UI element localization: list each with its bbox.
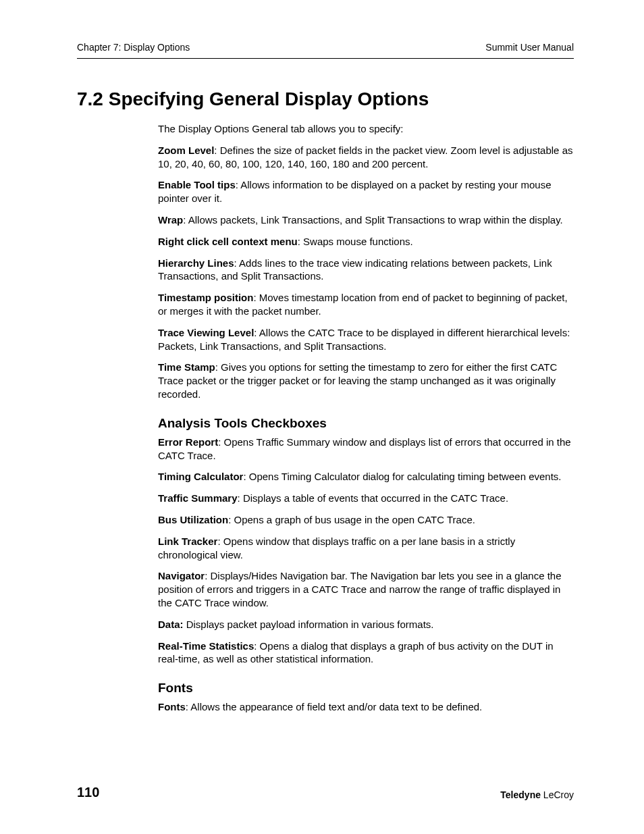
definition-item: Error Report: Opens Traffic Summary wind…	[158, 436, 574, 463]
analysis-heading: Analysis Tools Checkboxes	[158, 415, 574, 432]
definition-item: Wrap: Allows packets, Link Transactions,…	[158, 213, 574, 227]
definition-item: Zoom Level: Defines the size of packet f…	[158, 144, 574, 171]
definition-term: Data:	[158, 619, 184, 630]
definition-desc: : Defines the size of packet fields in t…	[158, 145, 572, 170]
footer-brand-rest: LeCroy	[541, 789, 574, 800]
section-title: 7.2 Specifying General Display Options	[77, 88, 574, 110]
definition-item: Link Tracker: Opens window that displays…	[158, 535, 574, 562]
definition-item: Bus Utilization: Opens a graph of bus us…	[158, 513, 574, 527]
definition-desc: : Allows the appearance of field text an…	[186, 701, 482, 712]
definition-term: Navigator	[158, 570, 205, 581]
definition-term: Timestamp position	[158, 292, 253, 303]
definition-term: Zoom Level	[158, 145, 214, 156]
definition-item: Hierarchy Lines: Adds lines to the trace…	[158, 257, 574, 284]
definition-item: Trace Viewing Level: Allows the CATC Tra…	[158, 326, 574, 353]
header-left: Chapter 7: Display Options	[77, 42, 190, 53]
definition-item: Real-Time Statistics: Opens a dialog tha…	[158, 640, 574, 667]
footer-brand: Teledyne LeCroy	[500, 789, 574, 800]
definition-desc: : Allows packets, Link Transactions, and…	[183, 214, 563, 226]
page-footer: 110 Teledyne LeCroy	[77, 785, 574, 800]
footer-brand-bold: Teledyne	[500, 789, 541, 800]
intro-paragraph: The Display Options General tab allows y…	[158, 122, 574, 136]
definition-item: Data: Displays packet payload informatio…	[158, 618, 574, 631]
body-content: The Display Options General tab allows y…	[158, 122, 574, 714]
definition-term: Error Report	[158, 436, 218, 448]
definition-term: Time Stamp	[158, 361, 215, 373]
header-right: Summit User Manual	[485, 42, 574, 53]
definition-desc: : Gives you options for setting the time…	[158, 361, 557, 400]
definition-desc: : Displays/Hides Navigation bar. The Nav…	[158, 570, 562, 608]
definition-term: Fonts	[158, 701, 186, 712]
definition-item: Timestamp position: Moves timestamp loca…	[158, 291, 574, 318]
definition-desc: : Opens a graph of bus usage in the open…	[228, 514, 475, 525]
definition-term: Real-Time Statistics	[158, 640, 254, 652]
definition-term: Bus Utilization	[158, 514, 228, 525]
definition-term: Link Tracker	[158, 536, 217, 547]
definition-desc: : Opens Traffic Summary window and displ…	[158, 436, 571, 461]
fonts-heading: Fonts	[158, 679, 574, 696]
definition-item: Right click cell context menu: Swaps mou…	[158, 235, 574, 249]
definition-desc: : Opens Timing Calculator dialog for cal…	[243, 471, 561, 482]
definition-term: Right click cell context menu	[158, 236, 298, 247]
definition-item: Time Stamp: Gives you options for settin…	[158, 361, 574, 400]
page: Chapter 7: Display Options Summit User M…	[0, 0, 644, 834]
definition-item: Navigator: Displays/Hides Navigation bar…	[158, 569, 574, 609]
definition-term: Wrap	[158, 214, 183, 226]
definition-term: Timing Calculator	[158, 471, 243, 482]
definition-desc: : Swaps mouse functions.	[298, 236, 413, 247]
definition-item: Traffic Summary: Displays a table of eve…	[158, 492, 574, 505]
definition-term: Enable Tool tips	[158, 179, 236, 190]
definition-desc: : Displays a table of events that occurr…	[238, 492, 509, 504]
definition-item: Timing Calculator: Opens Timing Calculat…	[158, 470, 574, 484]
definition-item: Enable Tool tips: Allows information to …	[158, 178, 574, 205]
definition-term: Trace Viewing Level	[158, 327, 254, 338]
definition-desc: Displays packet payload information in v…	[184, 619, 434, 630]
definition-item: Fonts: Allows the appearance of field te…	[158, 700, 574, 714]
running-header: Chapter 7: Display Options Summit User M…	[77, 42, 574, 59]
definition-term: Hierarchy Lines	[158, 257, 234, 269]
page-number: 110	[77, 785, 99, 800]
definition-term: Traffic Summary	[158, 492, 238, 504]
